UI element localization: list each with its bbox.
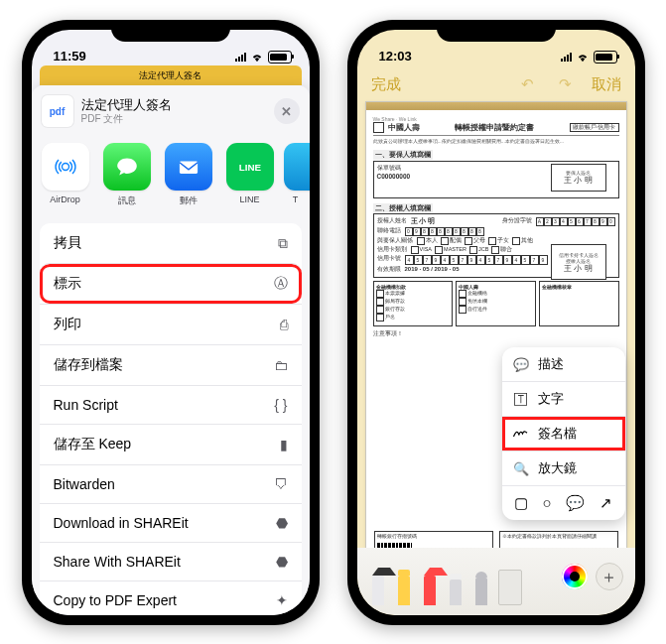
action-save-to-files[interactable]: 儲存到檔案 🗀 — [40, 344, 302, 385]
popup-label: 描述 — [538, 355, 564, 373]
mail-icon — [165, 143, 212, 191]
share-line[interactable]: LINE LINE — [222, 143, 278, 207]
action-markup[interactable]: 標示 Ⓐ — [40, 263, 302, 304]
status-time: 11:59 — [54, 49, 86, 64]
shield-icon: ⛉ — [274, 476, 288, 492]
auth-name-value: 王 小 明 — [411, 217, 436, 226]
action-print[interactable]: 列印 ⎙ — [40, 304, 302, 344]
section2-box: 授權人姓名 王 小 明 身分證字號 A234567890 聯絡電話 098888… — [373, 213, 619, 277]
share-label: AirDrop — [38, 194, 93, 204]
popup-description[interactable]: 💬 描述 — [502, 347, 625, 381]
bookmark-icon: ▮ — [280, 437, 288, 452]
wifi-icon — [576, 53, 590, 63]
shape-arrow[interactable]: ↗ — [599, 494, 612, 512]
section1-box: 保單號碼 C00000000 要保人簽名 王 小 明 — [373, 161, 619, 198]
share-mail[interactable]: 郵件 — [161, 143, 216, 207]
action-run-script[interactable]: Run Script { } — [40, 385, 302, 424]
action-label: 拷貝 — [54, 234, 81, 252]
popup-label: 簽名檔 — [538, 425, 577, 443]
print-icon: ⎙ — [280, 317, 288, 332]
braces-icon: { } — [274, 397, 287, 413]
done-button[interactable]: 完成 — [371, 75, 401, 94]
description-icon: 💬 — [512, 357, 530, 372]
underlying-doc-titlebar: 法定代理人簽名 — [40, 65, 302, 85]
markup-topbar: 完成 ↶ ↷ 取消 — [357, 65, 635, 103]
tool-lasso[interactable] — [472, 566, 490, 605]
undo-icon[interactable]: ↶ — [516, 72, 540, 96]
doc-head: 中國人壽 轉帳授權申請暨約定書 繳款帳戶·信用卡 — [373, 122, 619, 136]
cancel-button[interactable]: 取消 — [592, 75, 621, 94]
doc-photo-edge — [366, 102, 626, 110]
expiry-value: 2019 · 05 / 2019 · 05 — [405, 266, 460, 273]
file-subtitle: PDF 文件 — [81, 113, 266, 125]
pdfexpert-icon: ✦ — [276, 592, 288, 608]
tool-pen[interactable] — [369, 566, 387, 605]
card-type-label: 信用卡類別 — [377, 246, 407, 254]
shape-square[interactable]: ▢ — [514, 494, 528, 512]
screen-left: 11:59 法定代理人簽名 pdf 法定代理人簽名 PDF 文件 ✕ — [32, 30, 310, 615]
col-company: 中國人壽 金融機構免填本欄自行送件 — [456, 281, 536, 326]
share-targets-row[interactable]: AirDrop 訊息 郵件 LINE — [32, 135, 310, 217]
action-share-shareit[interactable]: Share With SHAREit ⬣ — [40, 542, 302, 580]
popup-text[interactable]: 🅃 文字 — [502, 381, 625, 416]
action-label: 標示 — [54, 275, 81, 293]
action-copy-pdfexpert[interactable]: Copy to PDF Expert ✦ — [40, 580, 302, 615]
action-label: Copy to PDF Expert — [54, 592, 178, 608]
file-meta: 法定代理人簽名 PDF 文件 — [81, 97, 266, 125]
shareit-icon: ⬣ — [276, 554, 288, 570]
note-label: 注意事項！ — [373, 330, 619, 337]
status-time: 12:03 — [379, 49, 412, 64]
share-label: 郵件 — [161, 194, 216, 207]
line-icon: LINE — [226, 143, 274, 191]
signature-icon — [512, 427, 530, 441]
doc-org: 中國人壽 — [388, 123, 420, 133]
action-label: 儲存到檔案 — [54, 356, 123, 374]
svg-point-0 — [62, 164, 68, 171]
shape-circle[interactable]: ○ — [543, 494, 552, 512]
telegram-icon — [284, 143, 310, 191]
document-form: We Share · We Link 中國人壽 轉帳授權申請暨約定書 繳款帳戶·… — [366, 110, 626, 345]
add-button[interactable]: ＋ — [596, 563, 623, 590]
phone-right: 12:03 完成 ↶ ↷ 取消 We Share · We Link 中國人壽 — [347, 20, 645, 625]
share-airdrop[interactable]: AirDrop — [38, 143, 93, 207]
auth-id-cells: A234567890 — [536, 217, 615, 226]
auth-name-label: 授權人姓名 — [377, 217, 407, 226]
action-label: 儲存至 Keep — [54, 436, 132, 453]
tool-marker[interactable] — [395, 566, 413, 605]
action-download-shareit[interactable]: Download in SHAREit ⬣ — [40, 503, 302, 542]
file-thumbnail: pdf — [42, 95, 73, 127]
col-bank: 金融機構扣款 本票票據郵局存款銀行存款戶名 — [373, 281, 454, 326]
text-icon: 🅃 — [512, 392, 530, 407]
messages-icon — [103, 143, 151, 191]
policy-no-label: 保單號碼 — [377, 165, 401, 172]
section1-label: 一、要保人填寫欄 — [373, 150, 433, 160]
file-title: 法定代理人簽名 — [81, 97, 266, 113]
share-telegram-partial[interactable]: T — [284, 143, 308, 207]
screen-right: 12:03 完成 ↶ ↷ 取消 We Share · We Link 中國人壽 — [357, 30, 635, 615]
auth-id-label: 身分證字號 — [502, 217, 532, 226]
tool-ruler[interactable] — [498, 566, 520, 605]
popup-label: 文字 — [538, 390, 564, 408]
shareit-icon: ⬣ — [276, 515, 288, 531]
doc-badge: 繳款帳戶·信用卡 — [570, 123, 619, 132]
share-label: T — [284, 194, 308, 204]
tool-eraser[interactable] — [447, 566, 465, 605]
popup-magnifier[interactable]: 🔍 放大鏡 — [502, 451, 625, 485]
action-bitwarden[interactable]: Bitwarden ⛉ — [40, 464, 302, 503]
action-label: 列印 — [54, 316, 81, 333]
expiry-label: 有效期限 — [377, 266, 401, 273]
share-messages[interactable]: 訊息 — [99, 143, 155, 207]
redo-icon[interactable]: ↷ — [554, 72, 578, 96]
color-picker-icon[interactable] — [562, 564, 588, 589]
popup-signature[interactable]: 簽名檔 — [502, 416, 625, 451]
action-group-main: 拷貝 ⧉ 標示 Ⓐ 列印 ⎙ 儲存到檔案 🗀 Run Script { } — [40, 223, 302, 615]
action-label: Download in SHAREit — [54, 515, 189, 531]
close-icon[interactable]: ✕ — [274, 98, 300, 124]
battery-icon — [268, 51, 292, 64]
action-save-to-keep[interactable]: 儲存至 Keep ▮ — [40, 424, 302, 464]
tool-pencil[interactable] — [421, 566, 439, 605]
relation-options: 本人配偶父母子女其他 — [417, 237, 533, 245]
shape-speech[interactable]: 💬 — [566, 494, 585, 512]
action-copy[interactable]: 拷貝 ⧉ — [40, 223, 302, 263]
folder-icon: 🗀 — [274, 357, 288, 373]
